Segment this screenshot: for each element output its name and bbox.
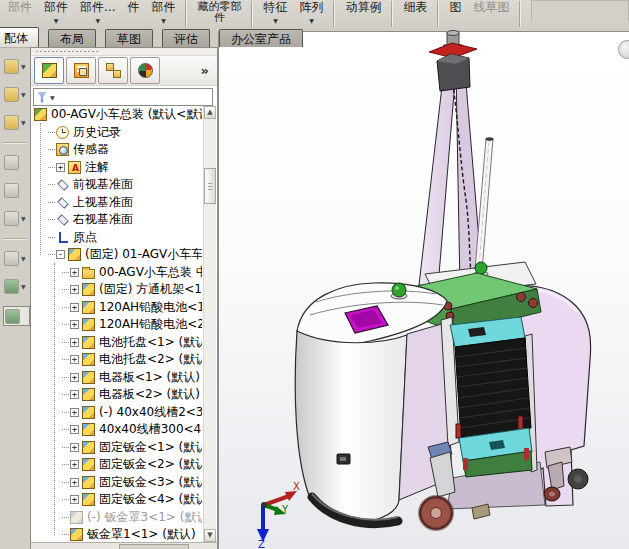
tree-expander[interactable]: + — [70, 320, 79, 329]
scrollbar-down-arrow[interactable]: ▼ — [204, 529, 216, 542]
tree-row[interactable]: 前视基准面 — [32, 176, 202, 194]
dropdown-arrow-icon[interactable]: ▼ — [309, 18, 314, 24]
tree-row[interactable]: + 固定钣金<1> (默认) — [32, 439, 202, 457]
toolbar-button[interactable]: 藏的零部件 — [191, 0, 247, 26]
tree-row[interactable]: + 固定钣金<4> (默认) — [32, 491, 202, 509]
dropdown-arrow-icon[interactable]: ▼ — [21, 283, 26, 290]
panel-grip[interactable] — [31, 48, 217, 56]
tree-expander[interactable]: + — [70, 390, 79, 399]
toolbar-button[interactable]: 图 — [443, 0, 467, 26]
left-strip-button[interactable] — [3, 306, 30, 326]
tree-row[interactable]: + 电器板<2> (默认) — [32, 386, 202, 404]
tree-row[interactable]: 上视基准面 — [32, 194, 202, 212]
tree-row[interactable]: + 00-AGV小车总装 中的 — [32, 264, 202, 282]
toolbar-button[interactable]: 部件 — [2, 0, 38, 26]
toolbar-button[interactable]: 部件... ▼ — [74, 0, 121, 26]
tree-row[interactable]: 历史记录 — [32, 124, 202, 142]
tree-row[interactable]: + 电器板<1> (默认) — [32, 369, 202, 387]
left-strip-button[interactable]: ▼ — [4, 250, 30, 266]
toolbar-button[interactable]: 阵列 ▼ — [293, 0, 329, 26]
tree-row[interactable]: + (固定) 方通机架<1> ( — [32, 281, 202, 299]
tree-row[interactable]: + 电池托盘<1> (默认) — [32, 334, 202, 352]
tree-row[interactable]: 原点 — [32, 229, 202, 247]
tree-row[interactable]: 传感器 — [32, 141, 202, 159]
dropdown-arrow-icon[interactable]: ▼ — [21, 91, 26, 98]
tree-connector — [62, 324, 69, 325]
tree-expander[interactable]: + — [70, 373, 79, 382]
scrollbar-up-arrow[interactable]: ▲ — [204, 106, 216, 119]
graphics-area[interactable] — [218, 31, 629, 549]
tree-expander[interactable]: + — [70, 425, 79, 434]
left-strip-button[interactable] — [4, 154, 30, 170]
tree-expander[interactable]: + — [70, 443, 79, 452]
dropdown-arrow-icon[interactable]: ▼ — [54, 18, 59, 24]
tree-expander[interactable]: + — [70, 338, 79, 347]
tree-expander[interactable]: + — [70, 355, 79, 364]
tree-guide — [40, 123, 41, 255]
toolbar-button[interactable]: 件 — [121, 0, 145, 26]
dropdown-arrow-icon[interactable]: ▼ — [21, 63, 26, 70]
tree-expander[interactable]: + — [70, 478, 79, 487]
solidworks-window: 部件 部件 ▼ 部件... ▼ 件 部件 ▼ 藏的零部件 特征 ▼ 阵列 ▼ 动… — [0, 0, 629, 549]
tab-featuremanager[interactable] — [34, 57, 64, 84]
tree-row[interactable]: - (固定) 01-AGV小车车架< — [32, 246, 202, 264]
filter-dropdown-arrow[interactable]: ▼ — [50, 94, 55, 101]
toolbar-button-label: 特征 — [263, 1, 287, 14]
tree-scrollbar[interactable]: ▲ ▼ — [203, 106, 216, 542]
tree-row[interactable]: + 固定钣金<3> (默认) — [32, 474, 202, 492]
panel-overflow-button[interactable]: » — [201, 63, 209, 78]
tree-expander[interactable]: + — [70, 460, 79, 469]
horizontal-scroll-stub[interactable] — [119, 544, 189, 549]
tree-expander[interactable]: + — [70, 285, 79, 294]
ribbon-tab[interactable]: 草图 — [105, 29, 153, 47]
tree-row[interactable]: + (-) 40x40线槽2<3> (默 — [32, 404, 202, 422]
tree-expander[interactable]: + — [56, 163, 65, 172]
tree-expander[interactable]: + — [70, 408, 79, 417]
ribbon-tab[interactable]: 评估 — [162, 29, 210, 47]
left-strip-button[interactable]: ▼ — [4, 114, 30, 130]
viewport-corner-button[interactable] — [618, 40, 629, 59]
ribbon-tab[interactable]: 配体 — [0, 27, 39, 47]
tree-row[interactable]: + 120AH铅酸电池<2> ( — [32, 316, 202, 334]
tab-displaymanager[interactable] — [130, 57, 160, 84]
tab-configurationmanager[interactable] — [98, 57, 128, 84]
tree-expander[interactable]: - — [56, 250, 65, 259]
toolbar-button[interactable]: 动算例 — [339, 0, 387, 26]
tree-row[interactable]: 00-AGV小车总装 (默认<默认 — [32, 106, 202, 124]
tree-connector — [48, 184, 55, 185]
ribbon-tab[interactable]: 办公室产品 — [219, 29, 303, 47]
toolbar-button[interactable]: 部件 ▼ — [145, 0, 181, 26]
left-strip-button[interactable]: ▼ — [4, 210, 30, 226]
tree-row[interactable]: 钣金罩1<1> (默认) — [32, 526, 202, 542]
dropdown-arrow-icon[interactable]: ▼ — [273, 18, 278, 24]
toolbar-button[interactable]: 细表 — [397, 0, 433, 26]
tree-row[interactable]: + 固定钣金<2> (默认) — [32, 456, 202, 474]
tree-expander[interactable]: + — [70, 303, 79, 312]
toolbar-button[interactable]: 部件 ▼ — [38, 0, 74, 26]
tree-expander[interactable]: + — [70, 268, 79, 277]
tree-row[interactable]: 右视基准面 — [32, 211, 202, 229]
dropdown-arrow-icon[interactable]: ▼ — [161, 18, 166, 24]
scrollbar-thumb[interactable] — [204, 168, 216, 204]
tree-row[interactable]: + 注解 — [32, 159, 202, 177]
tree-row[interactable]: + 电池托盘<2> (默认) — [32, 351, 202, 369]
left-strip-button[interactable]: ▼ — [4, 58, 30, 74]
tree-row[interactable]: + 120AH铅酸电池<1> ( — [32, 299, 202, 317]
dropdown-arrow-icon[interactable]: ▼ — [21, 119, 26, 126]
dropdown-arrow-icon[interactable]: ▼ — [21, 255, 26, 262]
ribbon-tab[interactable]: 布局 — [48, 29, 96, 47]
tree-row[interactable]: + 40x40线槽300<4> (默 — [32, 421, 202, 439]
toolbar-button[interactable]: 特征 ▼ — [257, 0, 293, 26]
dropdown-arrow-icon[interactable]: ▼ — [95, 18, 100, 24]
tab-propertymanager[interactable] — [66, 57, 96, 84]
tree-filter-input[interactable]: ▼ — [33, 88, 213, 106]
dropdown-arrow-icon[interactable]: ▼ — [21, 215, 26, 222]
tree-item-icon — [56, 196, 69, 209]
left-strip-button[interactable]: ▼ — [4, 86, 30, 102]
left-strip-button[interactable]: ▼ — [4, 278, 30, 294]
left-strip-button[interactable] — [4, 182, 30, 198]
tree-expander[interactable]: + — [70, 495, 79, 504]
toolbar-button[interactable]: 线草图 — [467, 0, 515, 26]
tree-row[interactable]: (-) 钣金罩3<1> (默认 — [32, 509, 202, 527]
tree-item-label: 40x40线槽300<4> (默 — [99, 421, 202, 438]
